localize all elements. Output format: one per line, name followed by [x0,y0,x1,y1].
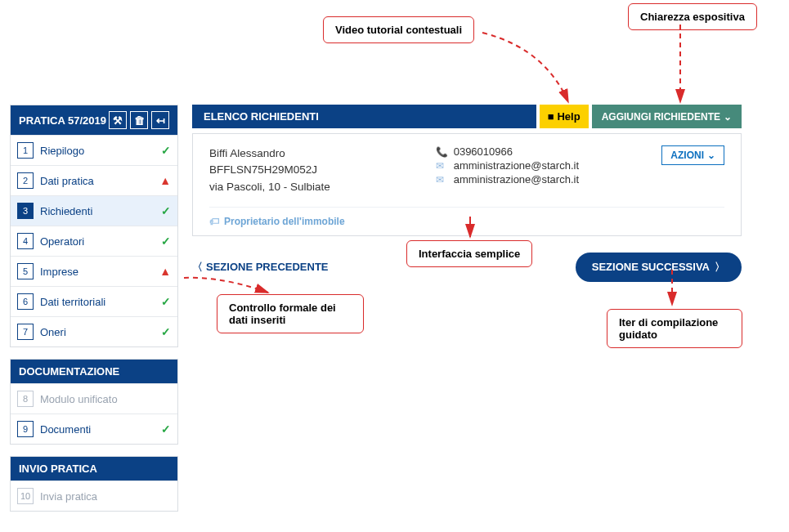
sidebar-item-dati-territoriali[interactable]: 6 Dati territoriali ✓ [11,286,177,316]
sidebar: PRATICA 57/2019 ⚒ 🗑 ↤ 1 Riepilogo ✓ 2 Da… [10,105,178,523]
sidebar-item-label: Operatori [40,235,84,248]
sidebar-item-documenti[interactable]: 9 Documenti ✓ [11,414,177,444]
main-panel: ELENCO RICHIEDENTI ■ Help AGGIUNGI RICHI… [192,105,742,282]
owner-tag: 🏷 Proprietario dell'immobile [209,207,724,227]
applicant-identity: Biffi Alessandro BFFLSN75H29M052J via Pa… [209,145,403,195]
step-number: 10 [17,488,34,504]
panel-title: ELENCO RICHIEDENTI [192,105,536,128]
applicant-email2: ✉ amministrazione@starch.it [436,173,630,186]
owner-tag-label: Proprietario dell'immobile [224,216,345,227]
warn-icon: ▲ [159,174,171,187]
video-icon: ■ [548,110,554,123]
sidebar-item-richiedenti[interactable]: 3 Richiedenti ✓ [11,195,177,226]
sidebar-item-oneri[interactable]: 7 Oneri ✓ [11,316,177,346]
help-button[interactable]: ■ Help [540,105,589,128]
step-number: 6 [17,293,34,310]
trash-icon[interactable]: 🗑 [130,111,148,129]
email-value: amministrazione@starch.it [454,159,579,172]
sidebar-practice-header: PRATICA 57/2019 ⚒ 🗑 ↤ [11,105,177,135]
step-number: 3 [17,203,34,219]
sidebar-item-label: Documenti [40,423,91,436]
sidebar-item-label: Oneri [40,326,66,338]
step-number: 9 [17,421,34,437]
check-icon: ✓ [161,325,171,338]
tag-icon: 🏷 [209,216,219,227]
applicant-email1: ✉ amministrazione@starch.it [436,159,630,172]
step-number: 7 [17,324,34,340]
send-title: INVIO PRATICA [19,463,97,475]
section-nav: 〈 SEZIONE PRECEDENTE SEZIONE SUCCESSIVA … [192,253,742,282]
callout-validation: Controllo formale dei dati inseriti [217,294,364,333]
mail-icon: ✉ [436,174,447,186]
sidebar-practice-block: PRATICA 57/2019 ⚒ 🗑 ↤ 1 Riepilogo ✓ 2 Da… [10,105,178,347]
chevron-down-icon: ⌄ [724,111,732,123]
practice-title: PRATICA 57/2019 [19,114,106,127]
applicant-address: via Pascoli, 10 - Sulbiate [209,179,403,195]
sidebar-item-riepilogo[interactable]: 1 Riepilogo ✓ [11,135,177,165]
chevron-right-icon: 〉 [715,260,725,275]
next-section-button[interactable]: SEZIONE SUCCESSIVA 〉 [576,253,742,282]
warn-icon: ▲ [159,265,171,278]
applicant-code: BFFLSN75H29M052J [209,162,403,178]
sidebar-item-label: Dati territoriali [40,296,105,308]
sidebar-item-label: Dati pratica [40,175,94,187]
actions-button[interactable]: AZIONI ⌄ [661,145,724,165]
panel-header: ELENCO RICHIEDENTI ■ Help AGGIUNGI RICHI… [192,105,742,128]
step-number: 8 [17,391,34,407]
sidebar-item-operatori[interactable]: 4 Operatori ✓ [11,226,177,256]
back-icon[interactable]: ↤ [151,111,169,129]
hammer-icon[interactable]: ⚒ [109,111,127,129]
sidebar-item-label: Riepilogo [40,145,84,157]
sidebar-item-label: Richiedenti [40,205,92,217]
step-number: 1 [17,142,34,159]
email-value: amministrazione@starch.it [454,173,579,186]
applicant-card: Biffi Alessandro BFFLSN75H29M052J via Pa… [192,133,742,236]
actions-label: AZIONI [670,150,704,161]
callout-tutorial: Video tutorial contestuali [323,16,474,43]
sidebar-item-dati-pratica[interactable]: 2 Dati pratica ▲ [11,165,177,195]
sidebar-item-label: Imprese [40,266,78,278]
add-label: AGGIUNGI RICHIEDENTE [602,111,720,123]
step-number: 2 [17,172,34,189]
mail-icon: ✉ [436,160,447,172]
callout-clarity: Chiarezza espositiva [628,3,757,30]
sidebar-doc-header: DOCUMENTAZIONE [11,360,177,383]
sidebar-item-label: Invia pratica [40,490,97,503]
step-number: 4 [17,233,34,249]
sidebar-send-header: INVIO PRATICA [11,457,177,481]
practice-actions: ⚒ 🗑 ↤ [109,111,169,129]
check-icon: ✓ [161,144,171,157]
check-icon: ✓ [161,422,171,436]
sidebar-doc-block: DOCUMENTAZIONE 8 Modulo unificato 9 Docu… [10,359,178,445]
sidebar-send-block: INVIO PRATICA 10 Invia pratica [10,456,178,512]
check-icon: ✓ [161,204,171,217]
callout-guided: Iter di compilazione guidato [607,309,742,348]
add-applicant-button[interactable]: AGGIUNGI RICHIEDENTE ⌄ [592,105,742,128]
sidebar-item-imprese[interactable]: 5 Imprese ▲ [11,256,177,286]
sidebar-item-modulo-unificato[interactable]: 8 Modulo unificato [11,383,177,414]
next-label: SEZIONE SUCCESSIVA [592,261,710,273]
check-icon: ✓ [161,295,171,308]
sidebar-item-label: Modulo unificato [40,393,118,405]
sidebar-item-invia-pratica[interactable]: 10 Invia pratica [11,481,177,511]
applicant-contacts: 📞 0396010966 ✉ amministrazione@starch.it… [436,145,630,195]
phone-icon: 📞 [436,146,447,158]
prev-section-link[interactable]: 〈 SEZIONE PRECEDENTE [192,260,329,275]
applicant-actions-col: AZIONI ⌄ [661,145,724,195]
help-label: Help [557,110,580,123]
step-number: 5 [17,263,34,279]
check-icon: ✓ [161,235,171,248]
chevron-left-icon: 〈 [192,260,203,275]
doc-title: DOCUMENTAZIONE [19,365,119,378]
prev-label: SEZIONE PRECEDENTE [206,261,329,273]
chevron-down-icon: ⌄ [707,150,715,161]
phone-value: 0396010966 [454,145,513,158]
applicant-phone: 📞 0396010966 [436,145,630,158]
applicant-name: Biffi Alessandro [209,145,403,162]
